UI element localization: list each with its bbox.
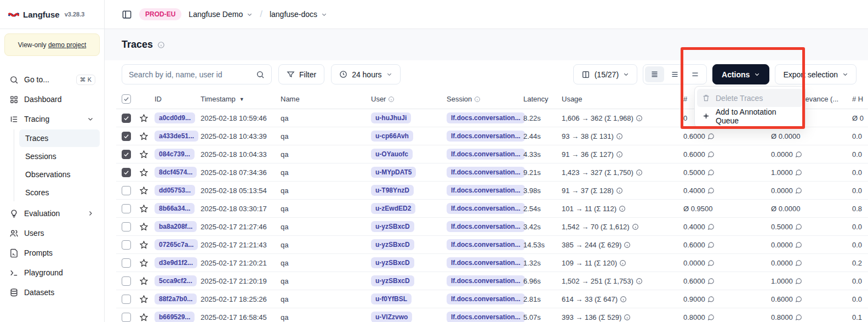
user-badge[interactable]: u-yzSBxcD <box>371 239 414 250</box>
comment-icon[interactable] <box>795 296 802 303</box>
sidebar-item-playground[interactable]: Playground <box>4 263 100 282</box>
comment-icon[interactable] <box>707 296 715 303</box>
session-badge[interactable]: lf.docs.conversation... <box>447 185 525 196</box>
trace-id-badge[interactable]: a433de51... <box>155 131 198 142</box>
row-checkbox[interactable] <box>122 204 131 213</box>
sidebar-item-tracing[interactable]: Tracing <box>4 110 100 128</box>
star-icon[interactable] <box>139 258 149 268</box>
table-row[interactable]: d3e9d1f2... 2025-02-17 21:20:21 qa u-yzS… <box>116 254 868 272</box>
session-badge[interactable]: lf.docs.conversation... <box>447 275 525 286</box>
header-id[interactable]: ID <box>155 95 201 103</box>
trace-id-badge[interactable]: 07265c7a... <box>155 239 198 250</box>
star-icon[interactable] <box>139 222 149 231</box>
sidebar-item-datasets[interactable]: Datasets <box>4 283 100 302</box>
header-user[interactable]: User <box>371 95 447 103</box>
comment-icon[interactable] <box>707 151 715 158</box>
user-badge[interactable]: u-yzSBxcD <box>371 257 414 268</box>
header-name[interactable]: Name <box>281 95 371 103</box>
comment-icon[interactable] <box>795 314 802 321</box>
session-badge[interactable]: lf.docs.conversation... <box>447 112 525 123</box>
header-latency[interactable]: Latency <box>523 95 562 103</box>
search-icon[interactable] <box>256 70 265 79</box>
row-height-small-button[interactable] <box>645 66 664 82</box>
session-badge[interactable]: lf.docs.conversation... <box>447 312 525 322</box>
user-badge[interactable]: u-zEwdED2 <box>371 203 415 214</box>
user-badge[interactable]: u-huJhuJi <box>371 112 411 123</box>
sidebar-item-goto[interactable]: Go to... ⌘ K <box>4 70 100 89</box>
comment-icon[interactable] <box>707 223 715 230</box>
sidebar-item-prompts[interactable]: Prompts <box>4 244 100 262</box>
sidebar-item-users[interactable]: Users <box>4 224 100 242</box>
table-row[interactable]: 07265c7a... 2025-02-17 21:21:43 qa u-yzS… <box>116 236 868 254</box>
actions-button[interactable]: Actions <box>712 64 769 84</box>
comment-icon[interactable] <box>795 241 802 248</box>
session-badge[interactable]: lf.docs.conversation... <box>447 239 525 250</box>
info-icon[interactable] <box>619 259 626 267</box>
star-icon[interactable] <box>139 150 149 159</box>
info-icon[interactable] <box>624 241 631 248</box>
menu-item-delete-traces[interactable]: Delete Traces <box>697 89 803 107</box>
trace-id-badge[interactable]: dd05753... <box>155 185 195 196</box>
table-row[interactable]: a433de51... 2025-02-18 10:43:39 qa u-cp6… <box>116 127 868 145</box>
user-badge[interactable]: u-OYauofc <box>371 149 413 160</box>
star-icon[interactable] <box>139 132 149 141</box>
comment-icon[interactable] <box>707 187 715 194</box>
table-row[interactable]: b669529... 2025-02-17 16:58:45 qa u-VlZz… <box>116 308 868 322</box>
columns-button[interactable]: (15/27) <box>573 64 637 84</box>
row-checkbox[interactable] <box>122 168 131 177</box>
row-checkbox[interactable] <box>122 276 131 286</box>
sidebar-item-observations[interactable]: Observations <box>19 166 100 183</box>
filter-button[interactable]: Filter <box>278 64 324 84</box>
session-badge[interactable]: lf.docs.conversation... <box>447 167 525 178</box>
trace-id-badge[interactable]: ba8a208f... <box>155 221 197 232</box>
row-checkbox[interactable] <box>122 114 131 123</box>
trace-id-badge[interactable]: 88f2a7b0... <box>155 293 197 304</box>
user-badge[interactable]: u-T98YnzD <box>371 185 414 196</box>
trace-id-badge[interactable]: 5cca9cf2... <box>155 275 197 286</box>
trace-id-badge[interactable]: 084c739... <box>155 149 195 160</box>
comment-icon[interactable] <box>795 169 802 176</box>
project-switcher[interactable]: langfuse-docs <box>270 10 327 19</box>
star-icon[interactable] <box>139 168 149 177</box>
comment-icon[interactable] <box>707 314 715 321</box>
time-range-button[interactable]: 24 hours <box>331 64 400 84</box>
comment-icon[interactable] <box>707 169 715 176</box>
row-checkbox[interactable] <box>122 258 131 268</box>
info-icon[interactable] <box>616 187 623 194</box>
comment-icon[interactable] <box>707 259 715 267</box>
user-badge[interactable]: u-yzSBxcD <box>371 275 414 286</box>
info-icon[interactable] <box>620 296 627 303</box>
comment-icon[interactable] <box>795 259 802 267</box>
comment-icon[interactable] <box>795 151 802 158</box>
info-icon[interactable] <box>636 169 643 176</box>
row-checkbox[interactable] <box>122 222 131 231</box>
demo-project-link[interactable]: demo project <box>48 41 86 49</box>
table-row[interactable]: ba8a208f... 2025-02-17 21:27:46 qa u-yzS… <box>116 218 868 236</box>
header-session[interactable]: Session <box>447 95 523 103</box>
select-all-checkbox[interactable] <box>122 94 131 104</box>
comment-icon[interactable] <box>795 278 802 285</box>
star-icon[interactable] <box>139 295 149 304</box>
user-badge[interactable]: u-cp66Avh <box>371 131 413 142</box>
sidebar-item-traces[interactable]: Traces <box>19 129 100 147</box>
session-badge[interactable]: lf.docs.conversation... <box>447 221 525 232</box>
sidebar-item-scores[interactable]: Scores <box>19 184 100 201</box>
row-checkbox[interactable] <box>122 240 131 250</box>
row-checkbox[interactable] <box>122 150 131 159</box>
table-row[interactable]: 084c739... 2025-02-18 10:04:33 qa u-OYau… <box>116 145 868 163</box>
sidebar-toggle-icon[interactable] <box>122 9 132 20</box>
comment-icon[interactable] <box>707 278 715 285</box>
session-badge[interactable]: lf.docs.conversation... <box>447 293 525 304</box>
table-row[interactable]: 88f2a7b0... 2025-02-17 18:25:26 qa u-f0Y… <box>116 290 868 308</box>
row-height-medium-button[interactable] <box>665 66 684 82</box>
info-icon[interactable] <box>616 151 623 158</box>
star-icon[interactable] <box>139 204 149 213</box>
comment-icon[interactable] <box>795 223 802 230</box>
info-icon[interactable] <box>616 133 623 140</box>
info-icon[interactable] <box>632 223 639 230</box>
star-icon[interactable] <box>139 240 149 250</box>
export-selection-button[interactable]: Export selection <box>775 64 856 84</box>
menu-item-add-to-annotation-queue[interactable]: Add to Annotation Queue <box>697 107 803 125</box>
comment-icon[interactable] <box>707 241 715 248</box>
search-input[interactable] <box>129 70 252 79</box>
